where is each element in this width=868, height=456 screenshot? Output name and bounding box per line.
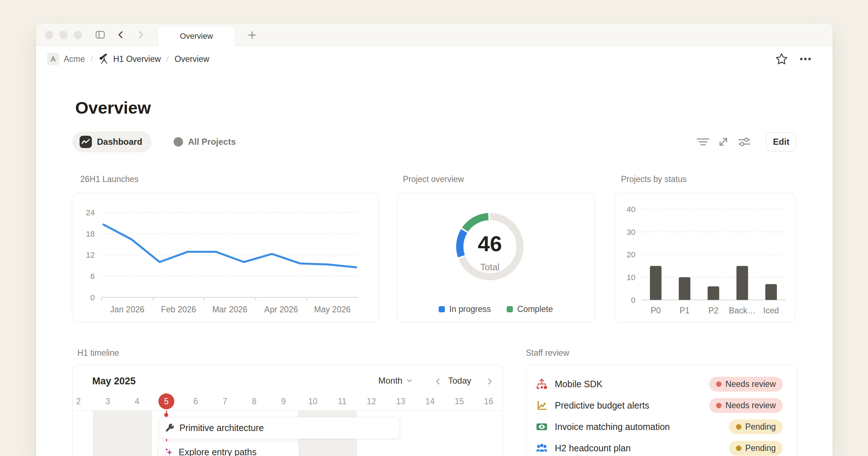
calendar-days-row: 2345678910111213141516 (73, 393, 502, 410)
chevron-down-icon (406, 377, 413, 384)
calendar-day[interactable]: 6 (187, 393, 205, 410)
breadcrumb: A Acme / H1 Overview / Overview (36, 46, 833, 72)
forward-icon[interactable] (135, 29, 146, 41)
calendar-day[interactable]: 8 (245, 393, 263, 410)
calendar-day-selected[interactable]: 5 (158, 393, 174, 409)
svg-text:0: 0 (90, 293, 95, 302)
calendar-day[interactable]: 4 (128, 393, 146, 410)
legend-label: In progress (449, 304, 491, 314)
svg-text:Feb 2026: Feb 2026 (161, 305, 196, 314)
svg-text:12: 12 (86, 251, 95, 260)
calendar-day[interactable]: 16 (480, 393, 498, 410)
project-overview-donut-chart: 46 Total (397, 193, 595, 322)
view-tab-dashboard[interactable]: Dashboard (72, 131, 152, 152)
timeline-task[interactable]: Explore entry paths (158, 441, 299, 456)
settings-sliders-icon[interactable] (736, 134, 752, 150)
staff-review-row[interactable]: Predictive budget alertsNeeds review (527, 396, 797, 414)
staff-section-title: Staff review (526, 348, 569, 358)
svg-text:0: 0 (631, 296, 635, 305)
legend-item: Complete (507, 304, 553, 314)
staff-review-row[interactable]: H2 headcount planPending (527, 439, 797, 456)
status-badge[interactable]: Pending (729, 419, 783, 434)
calendar-day[interactable]: 12 (362, 393, 380, 410)
status-label: Pending (745, 422, 776, 432)
calendar-day[interactable]: 9 (275, 393, 293, 410)
view-tab-all-projects[interactable]: All Projects (170, 131, 239, 152)
projects-by-status-card: 010203040P0P1P2Back…Iced (615, 193, 796, 322)
sidebar-toggle-icon[interactable] (94, 29, 106, 41)
banknote-green-icon (535, 420, 548, 433)
svg-text:P1: P1 (680, 306, 690, 315)
svg-text:6: 6 (90, 272, 95, 281)
staff-item-label: Predictive budget alerts (555, 400, 709, 411)
svg-text:10: 10 (627, 273, 636, 282)
today-marker-pin (164, 413, 168, 417)
favorite-star-icon[interactable] (775, 52, 788, 66)
calendar-day[interactable]: 7 (216, 393, 234, 410)
legend-label: Complete (517, 304, 553, 314)
people-blue-icon (535, 442, 548, 455)
timeline-month-label: May 2025 (92, 376, 136, 387)
back-icon[interactable] (115, 29, 127, 41)
calendar-day[interactable]: 2 (72, 393, 88, 410)
wrench-icon (165, 423, 175, 433)
breadcrumb-space[interactable]: H1 Overview (113, 54, 161, 64)
svg-text:P2: P2 (708, 306, 718, 315)
prev-period-icon[interactable] (433, 376, 443, 387)
edit-button[interactable]: Edit (766, 132, 796, 151)
expand-icon[interactable] (715, 134, 731, 150)
calendar-day[interactable]: 3 (99, 393, 117, 410)
calendar-day[interactable]: 11 (333, 393, 351, 410)
staff-item-label: Mobile SDK (555, 379, 709, 389)
calendar-day[interactable]: 15 (450, 393, 468, 410)
status-dot-icon (736, 446, 741, 451)
staff-review-card: Mobile SDKNeeds reviewPredictive budget … (526, 364, 797, 456)
legend-swatch (439, 306, 445, 312)
sparkles-icon (164, 447, 174, 456)
status-badge[interactable]: Pending (729, 441, 783, 456)
hierarchy-red-icon (535, 377, 548, 390)
filter-icon[interactable] (695, 134, 711, 150)
zoom-window-button[interactable] (74, 31, 82, 39)
view-tab-all-projects-label: All Projects (188, 137, 236, 147)
calendar-day[interactable]: 14 (421, 393, 439, 410)
view-tab-dashboard-label: Dashboard (97, 137, 142, 147)
svg-text:Back…: Back… (729, 306, 756, 315)
status-badge[interactable]: Needs review (709, 377, 783, 392)
task-label: Explore entry paths (179, 447, 256, 456)
status-label: Pending (745, 443, 776, 453)
dashboard-chart-icon (80, 136, 92, 148)
window-tab-bar: Overview (36, 24, 833, 46)
task-label: Primitive architecture (179, 423, 264, 433)
timeline-section-title: H1 timeline (77, 348, 119, 358)
svg-text:24: 24 (86, 208, 95, 217)
breadcrumb-page[interactable]: Overview (175, 54, 209, 64)
projects-by-status-card-title: Projects by status (621, 174, 687, 184)
new-tab-icon[interactable] (246, 29, 258, 41)
tab-overview-label: Overview (180, 31, 213, 41)
all-projects-circle-icon (174, 137, 183, 147)
status-badge[interactable]: Needs review (709, 398, 783, 413)
status-bar-chart: 010203040P0P1P2Back…Iced (615, 193, 795, 322)
minimize-window-button[interactable] (59, 31, 68, 39)
telescope-icon (99, 54, 110, 64)
calendar-day[interactable]: 13 (392, 393, 410, 410)
page-title: Overview (75, 98, 151, 118)
staff-review-row[interactable]: Mobile SDKNeeds review (527, 375, 797, 393)
breadcrumb-workspace[interactable]: Acme (64, 54, 85, 64)
close-window-button[interactable] (45, 31, 53, 39)
next-period-icon[interactable] (484, 376, 495, 387)
workspace-badge[interactable]: A (47, 53, 59, 65)
calendar-day[interactable]: 10 (304, 393, 322, 410)
staff-review-row[interactable]: Invoice matching automationPending (527, 418, 797, 436)
donut-total-value: 46 (478, 232, 502, 256)
today-button[interactable]: Today (448, 376, 471, 386)
status-dot-icon (716, 403, 722, 408)
timeline-view-selector[interactable]: Month (378, 376, 413, 386)
status-label: Needs review (726, 379, 776, 389)
timeline-task[interactable]: Primitive architecture (159, 417, 400, 439)
more-options-icon[interactable] (799, 52, 812, 66)
svg-text:Apr 2026: Apr 2026 (264, 305, 298, 314)
tab-overview[interactable]: Overview (158, 26, 235, 46)
status-dot-icon (716, 381, 722, 387)
